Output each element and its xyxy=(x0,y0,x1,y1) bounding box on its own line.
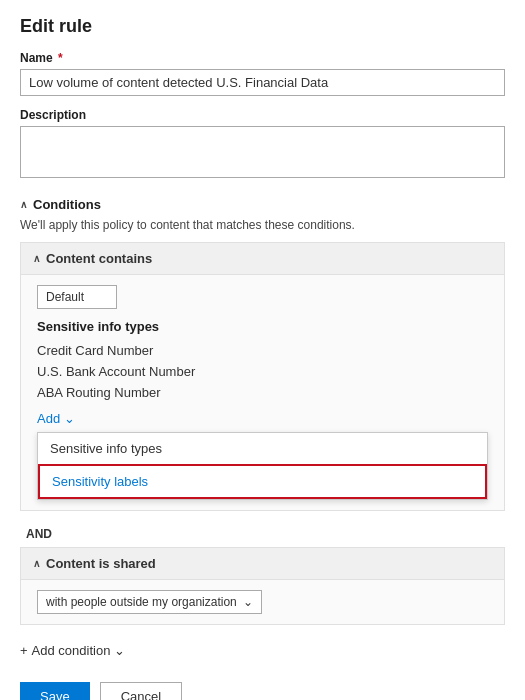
sensitive-info-label: Sensitive info types xyxy=(37,319,488,334)
description-label: Description xyxy=(20,108,505,122)
add-condition-button[interactable]: + Add condition ⌄ xyxy=(20,639,125,662)
content-shared-inner: with people outside my organization ⌄ xyxy=(21,580,504,624)
and-label: AND xyxy=(20,521,505,547)
content-shared-chevron-icon: ∧ xyxy=(33,558,40,569)
description-field-group: Description xyxy=(20,108,505,197)
conditions-section-header: ∧ Conditions xyxy=(20,197,505,212)
list-item: Credit Card Number xyxy=(37,340,488,361)
content-shared-box: ∧ Content is shared with people outside … xyxy=(20,547,505,625)
conditions-label: Conditions xyxy=(33,197,101,212)
content-contains-inner: Default Sensitive info types Credit Card… xyxy=(21,275,504,510)
shared-dropdown-chevron-icon: ⌄ xyxy=(243,595,253,609)
content-shared-label: Content is shared xyxy=(46,556,156,571)
default-dropdown[interactable]: Default xyxy=(37,285,117,309)
conditions-chevron-icon: ∧ xyxy=(20,199,27,210)
add-dropdown-menu: Sensitive info types Sensitivity labels xyxy=(37,432,488,500)
add-condition-plus-icon: + xyxy=(20,643,28,658)
name-field-group: Name * xyxy=(20,51,505,108)
page-container: Edit rule Name * Description ∧ Condition… xyxy=(0,0,525,700)
page-title: Edit rule xyxy=(20,16,505,37)
cancel-button[interactable]: Cancel xyxy=(100,682,182,700)
dropdown-item-sensitive-info[interactable]: Sensitive info types xyxy=(38,433,487,464)
add-button[interactable]: Add ⌄ xyxy=(37,407,75,430)
footer-buttons: Save Cancel xyxy=(20,682,505,700)
shared-with-value: with people outside my organization xyxy=(46,595,237,609)
add-condition-label: Add condition xyxy=(32,643,111,658)
add-condition-row: + Add condition ⌄ xyxy=(20,639,505,662)
content-shared-header: ∧ Content is shared xyxy=(21,548,504,580)
description-input[interactable] xyxy=(20,126,505,178)
content-contains-box: ∧ Content contains Default Sensitive inf… xyxy=(20,242,505,511)
dropdown-item-sensitivity-labels[interactable]: Sensitivity labels xyxy=(38,464,487,499)
shared-with-dropdown[interactable]: with people outside my organization ⌄ xyxy=(37,590,262,614)
name-label: Name * xyxy=(20,51,505,65)
list-item: U.S. Bank Account Number xyxy=(37,361,488,382)
content-contains-label: Content contains xyxy=(46,251,152,266)
add-button-label: Add xyxy=(37,411,60,426)
list-item: ABA Routing Number xyxy=(37,382,488,403)
name-input[interactable] xyxy=(20,69,505,96)
conditions-description: We'll apply this policy to content that … xyxy=(20,218,505,232)
content-contains-header: ∧ Content contains xyxy=(21,243,504,275)
add-chevron-icon: ⌄ xyxy=(64,411,75,426)
required-indicator: * xyxy=(55,51,63,65)
add-condition-chevron-icon: ⌄ xyxy=(114,643,125,658)
save-button[interactable]: Save xyxy=(20,682,90,700)
content-contains-chevron-icon: ∧ xyxy=(33,253,40,264)
